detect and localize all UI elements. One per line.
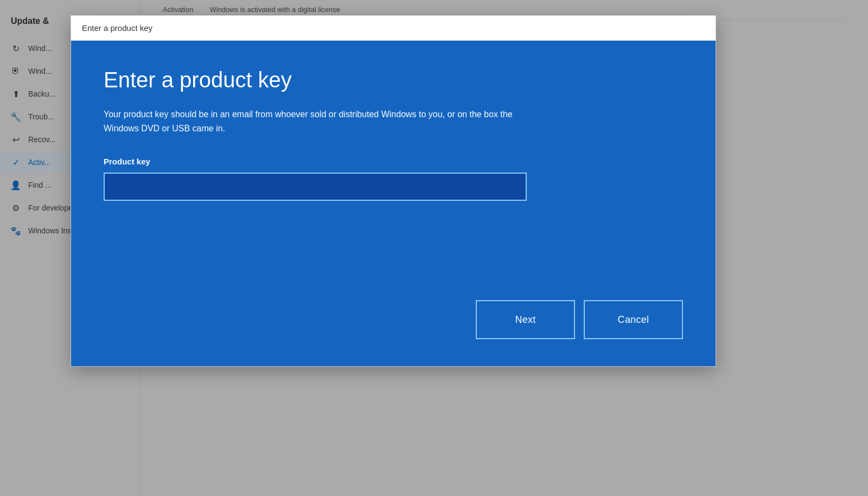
- dialog-buttons: Next Cancel: [476, 300, 683, 339]
- dialog-description: Your product key should be in an email f…: [104, 107, 527, 135]
- cancel-button[interactable]: Cancel: [584, 300, 683, 339]
- product-key-label: Product key: [104, 157, 683, 166]
- dialog-body: Enter a product key Your product key sho…: [71, 41, 716, 366]
- dialog-main-title: Enter a product key: [104, 68, 683, 92]
- dialog-title-bar: Enter a product key: [71, 16, 716, 41]
- next-button[interactable]: Next: [476, 300, 575, 339]
- product-key-dialog: Enter a product key Enter a product key …: [71, 15, 716, 367]
- dialog-title-text: Enter a product key: [82, 23, 152, 33]
- product-key-input[interactable]: [104, 173, 527, 201]
